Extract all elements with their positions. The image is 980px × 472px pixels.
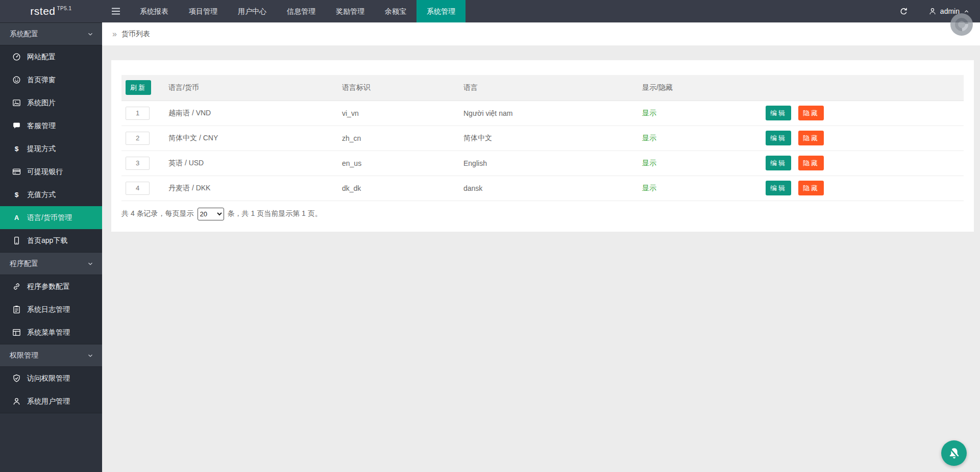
- sidebar-item-label: 系统图片: [27, 98, 56, 108]
- sidebar-item[interactable]: 系统用户管理: [0, 390, 102, 413]
- svg-text:A: A: [14, 214, 18, 221]
- sidebar-item-label: 网站配置: [27, 53, 56, 62]
- pagination-text-before: 共 4 条记录，每页显示: [121, 209, 194, 218]
- table-row: 丹麦语 / DKKdk_dkdansk显示编辑隐藏: [121, 176, 964, 201]
- edit-button[interactable]: 编辑: [766, 181, 791, 195]
- sort-order-input[interactable]: [126, 107, 150, 120]
- nav-tab[interactable]: 系统报表: [130, 0, 179, 22]
- sidebar-section-header[interactable]: 系统配置: [0, 22, 102, 45]
- sidebar-item[interactable]: $提现方式: [0, 137, 102, 160]
- edit-button[interactable]: 编辑: [766, 156, 791, 170]
- sidebar-item[interactable]: 网站配置: [0, 45, 102, 68]
- currency-list-card: 刷新 语言/货币 语言标识 语言 显示/隐藏 越南语 / VNDvi_vnNgư…: [111, 60, 974, 232]
- sidebar-item-label: 程序参数配置: [27, 282, 70, 291]
- sidebar-item-label: 可提现银行: [27, 167, 63, 177]
- sidebar-item[interactable]: 首页app下载: [0, 229, 102, 252]
- user-icon: [12, 397, 21, 406]
- table-row: 越南语 / VNDvi_vnNgười việt nam显示编辑隐藏: [121, 101, 964, 126]
- row-actions: 编辑隐藏: [766, 156, 960, 170]
- hide-button[interactable]: 隐藏: [798, 156, 824, 170]
- language-icon: A: [12, 213, 21, 222]
- bankcard-icon: [12, 167, 21, 176]
- cell-currency: 简体中文 / CNY: [164, 126, 338, 151]
- sidebar-section-header[interactable]: 权限管理: [0, 344, 102, 367]
- sidebar-section-label: 权限管理: [10, 351, 38, 360]
- column-header-code: 语言标识: [338, 75, 459, 101]
- cell-language: Người việt nam: [459, 101, 638, 126]
- nav-tab[interactable]: 项目管理: [179, 0, 228, 22]
- sidebar-section-label: 程序配置: [10, 259, 38, 268]
- sidebar-item-label: 首页弹窗: [27, 76, 56, 85]
- sort-order-input[interactable]: [126, 182, 150, 195]
- nav-tab[interactable]: 用户中心: [228, 0, 277, 22]
- sidebar-item[interactable]: $充值方式: [0, 183, 102, 206]
- nav-tabs: 系统报表项目管理用户中心信息管理奖励管理余额宝系统管理: [130, 0, 465, 22]
- cell-code: vi_vn: [338, 101, 459, 126]
- cell-currency: 越南语 / VND: [164, 101, 338, 126]
- sidebar-item[interactable]: A语言/货币管理: [0, 206, 102, 229]
- sidebar-item-label: 系统菜单管理: [27, 328, 70, 337]
- sidebar: 系统配置网站配置首页弹窗系统图片客服管理$提现方式可提现银行$充值方式A语言/货…: [0, 22, 102, 472]
- link-icon: [12, 282, 21, 291]
- nav-tab[interactable]: 系统管理: [416, 0, 465, 22]
- popup-icon: [12, 76, 21, 84]
- hide-button[interactable]: 隐藏: [798, 131, 824, 145]
- table-header-row: 刷新 语言/货币 语言标识 语言 显示/隐藏: [121, 75, 964, 101]
- hide-button[interactable]: 隐藏: [798, 181, 824, 195]
- gauge-icon: [12, 53, 21, 61]
- sidebar-item-label: 客服管理: [27, 121, 56, 131]
- sidebar-item[interactable]: 访问权限管理: [0, 367, 102, 390]
- sort-order-input[interactable]: [126, 157, 150, 170]
- bell-off-icon: [947, 446, 961, 460]
- column-header-currency: 语言/货币: [164, 75, 338, 101]
- sidebar-item[interactable]: 首页弹窗: [0, 68, 102, 91]
- sidebar-item[interactable]: 系统菜单管理: [0, 321, 102, 344]
- hamburger-icon: [111, 8, 120, 15]
- column-header-actions: [762, 75, 964, 101]
- status-toggle[interactable]: 显示: [642, 134, 656, 142]
- sidebar-item-label: 提现方式: [27, 144, 56, 154]
- sidebar-item[interactable]: 系统图片: [0, 91, 102, 114]
- notification-mute-button[interactable]: [941, 440, 967, 466]
- page-size-select[interactable]: 20: [198, 208, 224, 220]
- refresh-button[interactable]: 刷新: [126, 80, 151, 95]
- column-header-visibility: 显示/隐藏: [638, 75, 762, 101]
- pagination-text-after: 条，共 1 页当前显示第 1 页。: [228, 209, 322, 218]
- dollar-icon: $: [12, 144, 21, 153]
- currency-table: 刷新 语言/货币 语言标识 语言 显示/隐藏 越南语 / VNDvi_vnNgư…: [121, 75, 964, 201]
- shield-check-icon: [12, 374, 21, 383]
- status-toggle[interactable]: 显示: [642, 109, 656, 117]
- cell-currency: 丹麦语 / DKK: [164, 176, 338, 201]
- cell-language: 简体中文: [459, 126, 638, 151]
- sidebar-item[interactable]: 客服管理: [0, 114, 102, 137]
- brand-version: TP5.1: [57, 6, 72, 11]
- nav-tab[interactable]: 余额宝: [375, 0, 416, 22]
- nav-tab[interactable]: 奖励管理: [326, 0, 375, 22]
- status-toggle[interactable]: 显示: [642, 159, 656, 167]
- sidebar-item-label: 系统用户管理: [27, 397, 70, 406]
- status-toggle[interactable]: 显示: [642, 184, 656, 192]
- top-navbar: rsted TP5.1 系统报表项目管理用户中心信息管理奖励管理余额宝系统管理 …: [0, 0, 980, 22]
- main-content: » 货币列表 刷新 语言/货币 语言标识 语言 显示/隐藏 越南语 / VN: [102, 22, 980, 472]
- cell-code: zh_cn: [338, 126, 459, 151]
- page-title: 货币列表: [121, 30, 150, 39]
- hide-button[interactable]: 隐藏: [798, 106, 824, 120]
- sidebar-section-header[interactable]: 程序配置: [0, 252, 102, 275]
- svg-text:$: $: [14, 145, 18, 153]
- row-actions: 编辑隐藏: [766, 181, 960, 195]
- cell-code: en_us: [338, 151, 459, 176]
- edit-button[interactable]: 编辑: [766, 106, 791, 120]
- sort-order-input[interactable]: [126, 132, 150, 145]
- nav-tab[interactable]: 信息管理: [277, 0, 326, 22]
- sidebar-item[interactable]: 可提现银行: [0, 160, 102, 183]
- phone-icon: [12, 236, 21, 245]
- sidebar-item[interactable]: 程序参数配置: [0, 275, 102, 298]
- refresh-page-button[interactable]: [893, 0, 915, 22]
- chevron-down-icon: [87, 352, 94, 359]
- refresh-icon: [899, 7, 908, 16]
- hamburger-button[interactable]: [102, 0, 130, 22]
- sidebar-item[interactable]: 系统日志管理: [0, 298, 102, 321]
- edit-button[interactable]: 编辑: [766, 131, 791, 145]
- brand-name: rsted: [30, 5, 55, 17]
- brand-logo: rsted TP5.1: [0, 0, 102, 22]
